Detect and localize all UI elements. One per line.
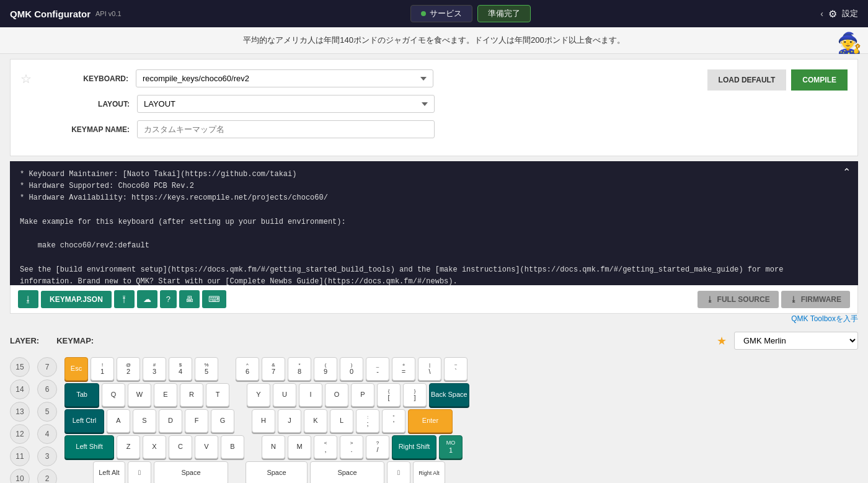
key-h[interactable]: H <box>252 409 275 433</box>
key-x[interactable]: X <box>143 435 166 459</box>
key-esc[interactable]: Esc <box>64 357 88 381</box>
key-k[interactable]: K <box>304 409 327 433</box>
key-equals[interactable]: += <box>392 357 415 381</box>
key-o[interactable]: O <box>325 383 348 407</box>
key-u[interactable]: U <box>273 383 296 407</box>
key-0[interactable]: )0 <box>340 357 363 381</box>
key-b[interactable]: B <box>221 435 244 459</box>
key-n[interactable]: N <box>262 435 285 459</box>
key-7[interactable]: &7 <box>262 357 285 381</box>
keyboard-icon-button[interactable]: ⌨ <box>202 290 226 308</box>
gear-icon[interactable]: ⚙ <box>828 8 837 20</box>
key-enter[interactable]: Enter <box>408 409 453 433</box>
cloud-icon-button[interactable]: ☁ <box>137 290 157 308</box>
key-3[interactable]: #3 <box>143 357 166 381</box>
help-icon-button[interactable]: ? <box>160 290 177 308</box>
key-space-right[interactable]: Space <box>310 461 384 483</box>
layer-num-14[interactable]: 14 <box>10 379 30 399</box>
key-space-left[interactable]: Space <box>154 461 228 483</box>
favorite-star-icon[interactable]: ☆ <box>20 71 32 86</box>
qmk-toolbox-link[interactable]: QMK Toolboxを入手 <box>791 314 858 324</box>
layer-num-11[interactable]: 11 <box>10 446 30 466</box>
key-left-shift[interactable]: Left Shift <box>64 435 114 459</box>
key-f[interactable]: F <box>185 409 208 433</box>
layer-num-3[interactable]: 3 <box>37 446 57 466</box>
key-quote[interactable]: "' <box>382 409 405 433</box>
service-button[interactable]: サービス <box>410 5 472 22</box>
key-tab[interactable]: Tab <box>64 383 99 407</box>
key-i[interactable]: I <box>299 383 322 407</box>
compile-button[interactable]: COMPILE <box>791 69 848 91</box>
key-j[interactable]: J <box>278 409 301 433</box>
key-mo1[interactable]: MO1 <box>439 435 463 459</box>
layer-num-6[interactable]: 6 <box>37 379 57 399</box>
full-source-button[interactable]: ⭳ FULL SOURCE <box>698 291 779 308</box>
code-line-2: * Hardware Supported: Choco60 PCB Rev.2 <box>20 180 848 192</box>
keymap-name-input[interactable] <box>137 120 435 138</box>
key-right-apple[interactable]:  <box>387 461 410 483</box>
key-backspace[interactable]: Back Space <box>429 383 469 407</box>
key-right-alt[interactable]: Right Alt <box>413 461 445 483</box>
key-lbracket[interactable]: {[ <box>377 383 401 407</box>
load-default-button[interactable]: LOAD DEFAULT <box>707 69 787 91</box>
key-l[interactable]: L <box>330 409 353 433</box>
key-1[interactable]: !1 <box>91 357 114 381</box>
key-p[interactable]: P <box>351 383 374 407</box>
key-q[interactable]: Q <box>102 383 125 407</box>
key-grave[interactable]: ~` <box>444 357 467 381</box>
key-6[interactable]: ^6 <box>236 357 259 381</box>
key-v[interactable]: V <box>195 435 218 459</box>
key-g[interactable]: G <box>211 409 234 433</box>
layout-select[interactable]: LAYOUT <box>137 95 435 113</box>
key-d[interactable]: D <box>159 409 182 433</box>
key-c[interactable]: C <box>169 435 192 459</box>
ready-button[interactable]: 準備完了 <box>477 5 531 22</box>
key-9[interactable]: (9 <box>314 357 337 381</box>
print-icon-button[interactable]: 🖶 <box>179 290 200 308</box>
key-backslash[interactable]: |\ <box>418 357 441 381</box>
keymap-theme-select[interactable]: GMK Merlin <box>734 332 858 350</box>
key-e[interactable]: E <box>154 383 177 407</box>
key-period[interactable]: >. <box>340 435 363 459</box>
key-right-shift[interactable]: Right Shift <box>392 435 436 459</box>
key-z[interactable]: Z <box>117 435 140 459</box>
layer-num-13[interactable]: 13 <box>10 402 30 422</box>
layer-num-12[interactable]: 12 <box>10 424 30 444</box>
firmware-button[interactable]: ⭳ FIRMWARE <box>781 291 850 308</box>
key-y[interactable]: Y <box>247 383 270 407</box>
key-left-apple[interactable]:  <box>128 461 151 483</box>
nav-left-icon[interactable]: ‹ <box>820 9 823 19</box>
layer-num-5[interactable]: 5 <box>37 402 57 422</box>
key-4[interactable]: $4 <box>169 357 192 381</box>
key-left-ctrl[interactable]: Left Ctrl <box>64 409 104 433</box>
key-left-alt[interactable]: Left Alt <box>93 461 125 483</box>
layer-num-2[interactable]: 2 <box>37 469 57 483</box>
key-minus[interactable]: _- <box>366 357 389 381</box>
key-m[interactable]: M <box>288 435 311 459</box>
key-5[interactable]: %5 <box>195 357 218 381</box>
key-2[interactable]: @2 <box>117 357 140 381</box>
keyboard-select[interactable]: recompile_keys/choco60/rev2 <box>136 69 433 87</box>
collapse-button[interactable]: ⌃ <box>843 166 851 178</box>
download-icon-button[interactable]: ⭳ <box>18 290 38 308</box>
key-r[interactable]: R <box>180 383 203 407</box>
layer-num-4[interactable]: 4 <box>37 424 57 444</box>
layer-num-7[interactable]: 7 <box>37 357 57 377</box>
key-comma[interactable]: <, <box>314 435 337 459</box>
key-s[interactable]: S <box>133 409 156 433</box>
key-8[interactable]: *8 <box>288 357 311 381</box>
keymap-json-button[interactable]: KEYMAP.JSON <box>41 291 112 308</box>
key-semicolon[interactable]: :; <box>356 409 379 433</box>
key-space-mid[interactable]: Space <box>246 461 308 483</box>
layer-num-10[interactable]: 10 <box>10 469 30 483</box>
key-t[interactable]: T <box>206 383 229 407</box>
key-slash[interactable]: ?/ <box>366 435 389 459</box>
upload-icon-button[interactable]: ⭱ <box>114 290 135 308</box>
key-w[interactable]: W <box>128 383 151 407</box>
keymap-favorite-star[interactable]: ★ <box>717 334 727 348</box>
key-a[interactable]: A <box>107 409 130 433</box>
layer-header: LAYER: KEYMAP: ★ GMK Merlin <box>10 332 858 350</box>
layer-num-15[interactable]: 15 <box>10 357 30 377</box>
key-rbracket[interactable]: }] <box>403 383 427 407</box>
code-line-6: See the [build environment setup](https:… <box>20 264 848 276</box>
